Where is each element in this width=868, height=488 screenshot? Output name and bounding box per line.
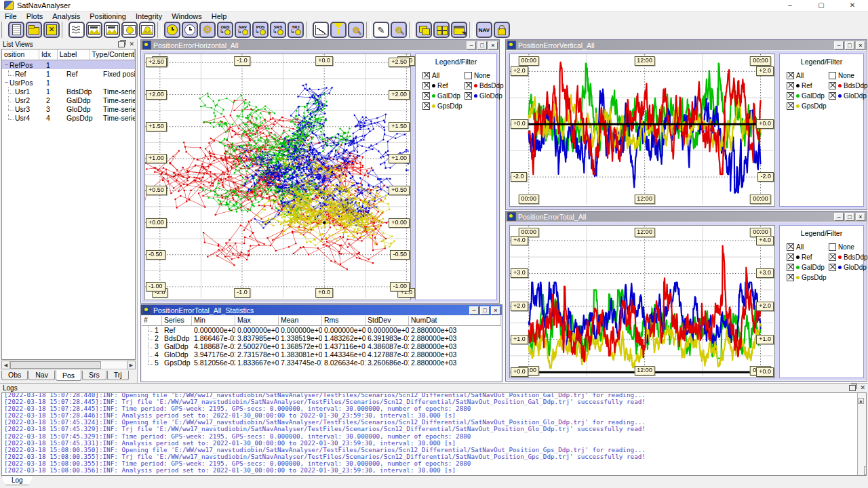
legend-item-gloddp[interactable]: GloDdp — [465, 92, 502, 100]
legend-item-none[interactable]: None — [829, 243, 867, 251]
toolbar-load-pos-button[interactable]: POS↳ — [252, 22, 269, 38]
list-row-usr4[interactable]: Usr44GpsDdpTime-series — [2, 113, 135, 122]
maximize-button[interactable]: □ — [845, 213, 854, 221]
toolbar-process-button[interactable]: ⚙ — [199, 22, 216, 38]
checkbox-bdsddp[interactable] — [465, 82, 472, 89]
horizontal-scrollbar[interactable]: ◀ ▶ — [1, 361, 136, 369]
legend-item-bdsddp[interactable]: BdsDdp — [829, 253, 867, 261]
toolbar-load-obs-button[interactable]: OBS↳ — [217, 22, 233, 38]
toolbar-load-nav-button[interactable]: NAV↳ — [235, 22, 251, 38]
close-button[interactable]: × — [491, 306, 500, 314]
tab-pos[interactable]: Pos — [56, 370, 81, 381]
toolbar-open-file-button[interactable] — [26, 22, 42, 38]
legend-item-galddp[interactable]: GalDdp — [422, 92, 465, 100]
legend-item-ref[interactable]: Ref — [787, 253, 829, 261]
minimize-button[interactable]: – — [467, 41, 476, 49]
close-button[interactable]: × — [856, 213, 865, 221]
toolbar-plot-skyplot-button[interactable] — [121, 22, 138, 38]
stats-row-gpsddp[interactable]: 5GpsDdp5.812056e-021.833667e+007.334745e… — [142, 359, 501, 367]
stats-column-rms[interactable]: Rms — [322, 316, 366, 325]
close-button[interactable]: × — [856, 41, 865, 49]
plot-canvas[interactable] — [145, 54, 409, 298]
toolbar-plot-timeseries-button[interactable] — [86, 22, 102, 38]
minimize-button[interactable]: – — [834, 213, 844, 221]
stats-column-min[interactable]: Min — [192, 316, 235, 325]
checkbox-all[interactable] — [422, 72, 430, 79]
column-header-typecontent[interactable]: Type/Content — [90, 49, 135, 60]
menu-integrity[interactable]: Integrity — [131, 12, 167, 20]
legend-item-ref[interactable]: Ref — [422, 81, 465, 89]
maximize-button[interactable]: ▢ — [806, 0, 837, 11]
minimize-button[interactable]: – — [469, 306, 479, 314]
checkbox-ref[interactable] — [422, 82, 430, 89]
toolbar-plot-map-button[interactable] — [139, 22, 155, 38]
minimize-button[interactable]: – — [834, 41, 844, 49]
stats-row-galddp[interactable]: 3GalDdp4.188687e-012.500270e+001.368572e… — [142, 342, 501, 350]
toolbar-lock-button[interactable] — [494, 22, 510, 38]
toolbar-time-start-button[interactable] — [164, 22, 180, 38]
checkbox-none[interactable] — [829, 72, 836, 79]
menu-positioning[interactable]: Positioning — [85, 12, 131, 20]
list-row-usr1[interactable]: Usr11BdsDdpTime-series — [2, 87, 135, 96]
minimize-button[interactable]: – — [774, 0, 806, 11]
toolbar-export-window-button[interactable] — [451, 22, 467, 38]
window-title-bar[interactable]: PositionErrorVertical_All – □ × — [506, 40, 867, 50]
toolbar-new-doc-button[interactable] — [8, 22, 24, 38]
column-header-idx[interactable]: Idx — [39, 49, 58, 60]
vertical-scrollbar[interactable]: ▲ ▼ — [857, 393, 866, 475]
toolbar-close-file-button[interactable]: ✕ — [43, 22, 60, 38]
tab-nav[interactable]: Nav — [28, 371, 55, 380]
checkbox-gloddp[interactable] — [829, 92, 836, 100]
maximize-button[interactable]: □ — [477, 41, 487, 49]
toolbar-filter-button[interactable] — [330, 22, 347, 38]
toolbar-plot-values-button[interactable] — [104, 22, 120, 38]
toolbar-load-trj-button[interactable]: TRJ↳ — [288, 22, 304, 38]
checkbox-ref[interactable] — [787, 253, 794, 261]
window-title-bar[interactable]: PositionErrorTotal_All_Statistics – □ × — [141, 305, 502, 315]
scroll-down-icon[interactable]: ▼ — [864, 466, 867, 475]
close-panel-icon[interactable]: ✕ — [860, 385, 865, 391]
checkbox-galddp[interactable] — [787, 92, 794, 100]
tab-srs[interactable]: Srs — [82, 371, 106, 380]
close-panel-icon[interactable]: ✕ — [129, 41, 134, 47]
legend-item-gloddp[interactable]: GloDdp — [829, 92, 867, 100]
checkbox-ref[interactable] — [787, 82, 794, 89]
stats-column-series[interactable]: Series — [162, 316, 192, 325]
tab-obs[interactable]: Obs — [1, 371, 28, 380]
toolbar-load-srs-button[interactable]: SRS↳ — [270, 22, 286, 38]
scrollbar-thumb[interactable] — [10, 361, 101, 369]
legend-item-gloddp[interactable]: GloDdp — [829, 263, 867, 271]
checkbox-bdsddp[interactable] — [829, 253, 836, 261]
stats-column-mean[interactable]: Mean — [279, 316, 322, 325]
list-row-refpos[interactable]: RefPos1 — [2, 60, 135, 69]
checkbox-gpsddp[interactable] — [422, 102, 430, 110]
toolbar-cascade-windows-button[interactable] — [416, 22, 432, 38]
menu-windows[interactable]: Windows — [167, 12, 207, 20]
stats-column-stddev[interactable]: StdDev — [366, 316, 409, 325]
legend-item-none[interactable]: None — [829, 71, 867, 79]
scroll-right-icon[interactable]: ▶ — [127, 361, 136, 369]
list-row-usrpos[interactable]: UsrPos1 — [2, 78, 135, 87]
toolbar-curve-fit-button[interactable] — [313, 22, 329, 38]
column-header-label[interactable]: Label — [58, 49, 90, 60]
list-row-usr2[interactable]: Usr22GalDdpTime-series — [2, 96, 135, 104]
window-title-bar[interactable]: PositionErrorHorizontal_All – □ × — [141, 40, 499, 50]
float-panel-icon[interactable] — [849, 385, 856, 391]
toolbar-settings-edit-button[interactable]: ⚙✎ — [348, 22, 364, 38]
close-button[interactable]: ✕ — [837, 0, 868, 11]
legend-item-gpsddp[interactable]: GpsDdp — [787, 102, 829, 110]
title-bar[interactable]: SatNavAnalyser – ▢ ✕ — [0, 0, 868, 12]
toolbar-plot-signal-button[interactable] — [68, 22, 85, 38]
stats-column-#[interactable]: # — [142, 316, 162, 325]
legend-item-galddp[interactable]: GalDdp — [787, 92, 829, 100]
stats-column-max[interactable]: Max — [235, 316, 279, 325]
menu-analysis[interactable]: Analysis — [47, 12, 85, 20]
tab-trj[interactable]: Trj — [107, 371, 129, 380]
checkbox-bdsddp[interactable] — [829, 82, 836, 89]
legend-item-all[interactable]: All — [787, 71, 829, 79]
scroll-up-icon[interactable]: ▲ — [858, 398, 864, 404]
maximize-button[interactable]: □ — [480, 306, 490, 314]
legend-item-ref[interactable]: Ref — [787, 81, 829, 89]
checkbox-galddp[interactable] — [422, 92, 430, 100]
menu-file[interactable]: File — [0, 12, 22, 20]
